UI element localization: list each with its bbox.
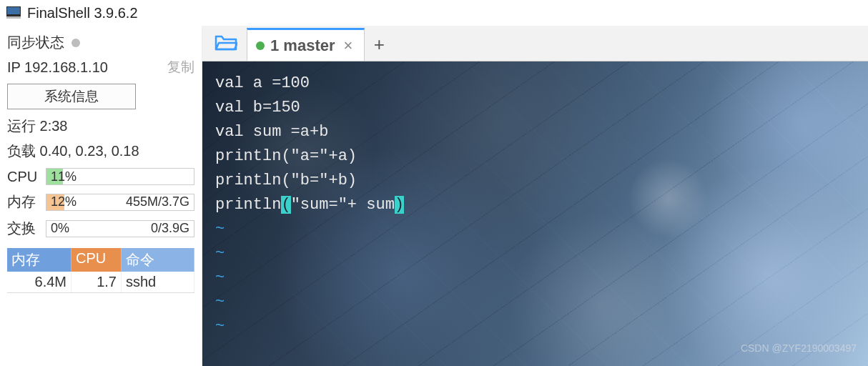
- terminal-line: println("a="+a): [215, 144, 855, 169]
- copy-button[interactable]: 复制: [167, 58, 194, 76]
- ip-value: 192.168.1.10: [24, 59, 108, 75]
- tab-master[interactable]: 1 master ×: [247, 28, 365, 61]
- process-table: 内存 CPU 命令 6.4M 1.7 sshd: [7, 248, 194, 293]
- app-title: FinalShell 3.9.6.2: [27, 5, 138, 21]
- load-row: 负载 0.40, 0.23, 0.18: [7, 142, 194, 161]
- cursor-highlight: (: [281, 196, 290, 214]
- sidebar: 同步状态 IP 192.168.1.10 复制 系统信息 运行 2:38 负载 …: [0, 26, 202, 366]
- cpu-row: CPU 11%: [7, 168, 194, 185]
- vim-tilde: ~: [215, 217, 855, 242]
- connection-status-dot-icon: [256, 41, 265, 50]
- vim-tilde: ~: [215, 290, 855, 315]
- table-row[interactable]: 6.4M 1.7 sshd: [7, 272, 194, 293]
- ip-row: IP 192.168.1.10 复制: [7, 58, 194, 76]
- vim-tilde: ~: [215, 266, 855, 290]
- terminal-line: val b=150: [215, 96, 855, 120]
- terminal-line: val a =100: [215, 71, 855, 96]
- cpu-bar: 11%: [46, 168, 194, 185]
- sync-status-label: 同步状态: [7, 33, 64, 52]
- col-cmd[interactable]: 命令: [122, 248, 194, 272]
- cursor-highlight: ): [395, 196, 404, 214]
- mem-bar: 12%455M/3.7G: [46, 194, 194, 211]
- uptime-row: 运行 2:38: [7, 117, 194, 136]
- terminal-line: println("b="+b): [215, 169, 855, 193]
- sync-status-dot-icon: [71, 39, 80, 47]
- mem-label: 内存: [7, 192, 41, 212]
- swap-row: 交换 0%0/3.9G: [7, 219, 194, 238]
- open-folder-button[interactable]: [208, 26, 244, 61]
- system-info-button[interactable]: 系统信息: [7, 84, 136, 109]
- cpu-label: CPU: [7, 169, 41, 185]
- tab-label: 1 master: [270, 36, 335, 55]
- tab-bar: 1 master × +: [202, 26, 868, 61]
- process-table-header[interactable]: 内存 CPU 命令: [7, 248, 194, 272]
- swap-label: 交换: [7, 219, 41, 238]
- swap-bar: 0%0/3.9G: [46, 220, 194, 237]
- terminal-line: println("sum="+ sum): [215, 193, 855, 217]
- terminal[interactable]: val a =100 val b=150 val sum =a+b printl…: [202, 61, 868, 366]
- mem-row: 内存 12%455M/3.7G: [7, 192, 194, 212]
- content-area: 1 master × + val a =100 val b=150 val su…: [202, 26, 868, 366]
- tab-close-button[interactable]: ×: [341, 36, 356, 55]
- svg-rect-1: [7, 7, 20, 14]
- sync-status-row: 同步状态: [7, 33, 194, 52]
- watermark: CSDN @ZYF2190003497: [741, 336, 857, 360]
- vim-tilde: ~: [215, 315, 855, 339]
- ip-label: IP: [7, 59, 21, 75]
- svg-rect-2: [6, 16, 21, 19]
- col-cpu[interactable]: CPU: [71, 248, 122, 272]
- vim-tilde: ~: [215, 242, 855, 266]
- terminal-content: val a =100 val b=150 val sum =a+b printl…: [202, 61, 868, 349]
- new-tab-button[interactable]: +: [365, 28, 393, 61]
- terminal-line: val sum =a+b: [215, 120, 855, 144]
- col-mem[interactable]: 内存: [7, 248, 71, 272]
- title-bar: FinalShell 3.9.6.2: [0, 0, 868, 26]
- app-icon: [6, 5, 21, 21]
